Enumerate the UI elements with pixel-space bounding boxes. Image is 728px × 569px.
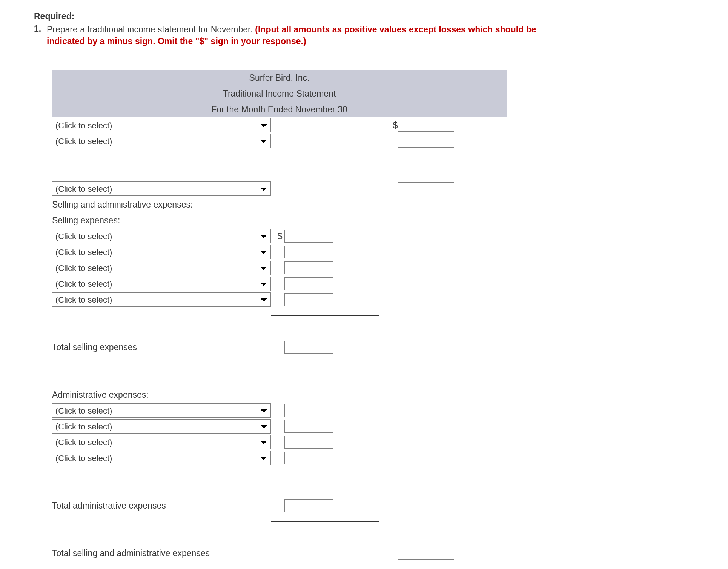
admin-heading: Administrative expenses: <box>52 387 507 403</box>
total-sga-row: Total selling and administrative expense… <box>52 545 507 561</box>
admin-line-row: (Click to select) <box>52 434 507 450</box>
line-select[interactable]: (Click to select) <box>52 403 271 418</box>
amount-input[interactable] <box>284 420 333 433</box>
total-admin-label: Total administrative expenses <box>52 498 271 514</box>
line-select[interactable]: (Click to select) <box>52 435 271 449</box>
dollar-sign: $ <box>271 228 284 244</box>
statement-title: Traditional Income Statement <box>52 86 507 101</box>
amount-input[interactable] <box>398 182 454 195</box>
instruction-prefix: Prepare a traditional income statement f… <box>47 25 255 34</box>
required-text: Prepare a traditional income statement f… <box>47 24 537 47</box>
admin-line-row: (Click to select) <box>52 418 507 434</box>
required-number: 1. <box>34 24 47 47</box>
amount-input[interactable] <box>284 246 333 258</box>
line-select[interactable]: (Click to select) <box>52 229 271 243</box>
subtotal-rule <box>271 315 379 316</box>
selling-line-row: (Click to select) <box>52 260 507 276</box>
amount-input[interactable] <box>284 452 333 464</box>
amount-input[interactable] <box>398 119 454 132</box>
line-row: (Click to select) <box>52 133 507 149</box>
subtotal-rule <box>271 363 379 363</box>
required-item: 1. Prepare a traditional income statemen… <box>34 24 713 47</box>
selling-heading: Selling expenses: <box>52 212 507 228</box>
amount-input[interactable] <box>284 341 333 354</box>
line-select[interactable]: (Click to select) <box>52 118 271 132</box>
line-select[interactable]: (Click to select) <box>52 451 271 465</box>
admin-line-row: (Click to select) <box>52 450 507 466</box>
selling-heading-row: Selling expenses: <box>52 212 507 228</box>
selling-line-row: (Click to select) <box>52 292 507 308</box>
total-sga-label: Total selling and administrative expense… <box>52 545 379 561</box>
line-row: (Click to select) <box>52 181 507 197</box>
amount-input[interactable] <box>284 436 333 449</box>
line-select[interactable]: (Click to select) <box>52 292 271 307</box>
line-select[interactable]: (Click to select) <box>52 181 271 196</box>
line-select[interactable]: (Click to select) <box>52 277 271 291</box>
income-statement: Surfer Bird, Inc. Traditional Income Sta… <box>52 70 507 569</box>
selling-line-row: (Click to select) <box>52 244 507 260</box>
line-select[interactable]: (Click to select) <box>52 245 271 259</box>
selling-line-row: (Click to select) $ <box>52 228 507 244</box>
amount-input[interactable] <box>284 293 333 306</box>
amount-input[interactable] <box>284 499 333 512</box>
total-admin-row: Total administrative expenses <box>52 498 507 514</box>
required-block: Required: 1. Prepare a traditional incom… <box>34 11 713 47</box>
subtotal-rule <box>271 474 379 474</box>
statement-period: For the Month Ended November 30 <box>52 101 507 117</box>
amount-input[interactable] <box>398 135 454 148</box>
amount-input[interactable] <box>284 261 333 274</box>
line-select[interactable]: (Click to select) <box>52 261 271 275</box>
total-selling-label: Total selling expenses <box>52 339 271 355</box>
statement-company: Surfer Bird, Inc. <box>52 70 507 86</box>
line-select[interactable]: (Click to select) <box>52 419 271 434</box>
required-heading: Required: <box>34 11 713 22</box>
admin-line-row: (Click to select) <box>52 403 507 418</box>
amount-input[interactable] <box>284 404 333 417</box>
dollar-sign: $ <box>379 117 398 133</box>
statement-table: Surfer Bird, Inc. Traditional Income Sta… <box>52 70 507 569</box>
selling-line-row: (Click to select) <box>52 276 507 292</box>
amount-input[interactable] <box>398 547 454 560</box>
admin-heading-row: Administrative expenses: <box>52 387 507 403</box>
subtotal-rule <box>271 521 379 522</box>
line-row: (Click to select) $ <box>52 117 507 133</box>
sga-heading-row: Selling and administrative expenses: <box>52 197 507 212</box>
amount-input[interactable] <box>284 230 333 243</box>
line-select[interactable]: (Click to select) <box>52 134 271 148</box>
subtotal-rule <box>379 157 507 157</box>
amount-input[interactable] <box>284 277 333 290</box>
sga-heading: Selling and administrative expenses: <box>52 197 507 212</box>
total-selling-row: Total selling expenses <box>52 339 507 355</box>
